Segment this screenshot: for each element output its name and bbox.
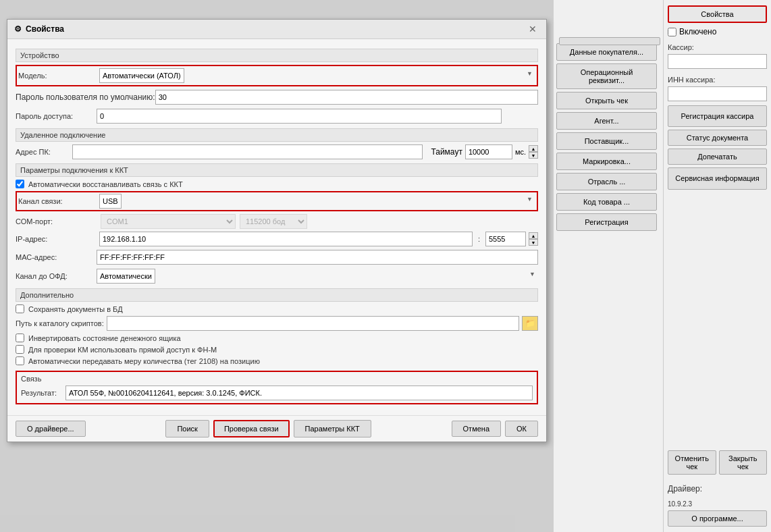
supplier-button[interactable]: Поставщик... [556, 132, 657, 150]
kkt-params-button[interactable]: Параметры ККТ [294, 420, 371, 437]
save-docs-checkbox[interactable] [16, 304, 24, 313]
folder-button[interactable]: 📁 [522, 316, 538, 331]
channel-row-highlighted: Канал связи: USB [16, 191, 538, 211]
open-check-button[interactable]: Открыть чек [556, 92, 657, 109]
open-shift-top-button[interactable] [559, 37, 660, 45]
password-row: Пароль пользователя по умолчанию: [16, 89, 538, 105]
timeout-up[interactable]: ▲ [529, 145, 538, 152]
search-button[interactable]: Поиск [165, 420, 209, 437]
port-spinners: ▲ ▼ [529, 232, 538, 246]
address-pk-row: Адрес ПК: Таймаут мс. ▲ ▼ [16, 144, 538, 159]
ok-button[interactable]: ОК [505, 421, 538, 437]
auto-restore-label: Автоматически восстанавливать связь с КК… [28, 180, 183, 188]
modal-footer: О драйвере... Поиск Проверка связи Парам… [7, 415, 546, 442]
auto-quantity-row: Автоматически передавать меру количества… [16, 356, 538, 365]
com-port-label: СОМ-порт: [16, 217, 97, 225]
model-select[interactable]: Автоматически (АТОЛ) [99, 68, 184, 83]
properties-button[interactable]: Свойства [668, 5, 767, 23]
port-separator: : [478, 235, 480, 243]
industry-button[interactable]: Отрасль ... [556, 173, 657, 190]
cancel-button[interactable]: Отмена [452, 421, 501, 437]
address-pk-input[interactable] [72, 144, 423, 159]
auto-restore-checkbox[interactable] [16, 180, 24, 188]
timeout-label: Таймаут [431, 147, 462, 157]
result-input[interactable] [65, 385, 533, 400]
ip-label: IP-адрес: [16, 235, 97, 243]
km-check-row: Для проверки КМ использовать прямой дост… [16, 345, 538, 354]
agent-button[interactable]: Агент... [556, 112, 657, 130]
cashier-label: Кассир: [668, 43, 767, 51]
operation-req-button[interactable]: Операционный реквизит... [556, 63, 657, 89]
register-cashier-button[interactable]: Регистрация кассира [668, 105, 767, 127]
timeout-row: Таймаут мс. ▲ ▼ [431, 144, 538, 159]
km-check-label: Для проверки КМ использовать прямой дост… [28, 346, 217, 354]
registration-button[interactable]: Регистрация [556, 213, 657, 231]
channel-ofd-label: Канал до ОФД: [16, 272, 97, 280]
close-check-button[interactable]: Закрыть чек [719, 450, 768, 475]
timeout-down[interactable]: ▼ [529, 152, 538, 159]
service-info-button[interactable]: Сервисная информация [668, 167, 767, 189]
about-program-button[interactable]: О программе... [668, 510, 767, 527]
invert-cash-checkbox[interactable] [16, 334, 24, 342]
reprint-button[interactable]: Допечатать [668, 149, 767, 165]
timeout-input[interactable] [465, 144, 512, 159]
auto-restore-row: Автоматически восстанавливать связь с КК… [16, 180, 538, 188]
properties-dialog: ⚙ Свойства ✕ Устройство Модель: Автомати… [7, 19, 547, 442]
timeout-spinners: ▲ ▼ [529, 145, 538, 159]
svyaz-title: Связь [21, 375, 533, 383]
channel-ofd-select[interactable]: Автоматически [97, 269, 155, 284]
scripts-path-label: Путь к каталогу скриптов: [16, 319, 104, 327]
modal-title: ⚙ Свойства [14, 24, 64, 34]
port-up[interactable]: ▲ [529, 232, 538, 239]
invert-cash-row: Инвертировать состояние денежного ящика [16, 334, 538, 342]
com-port-select[interactable]: COM1 [101, 214, 236, 229]
com-port-row: СОМ-порт: COM1 115200 бод [16, 214, 538, 229]
inn-input[interactable] [668, 86, 767, 101]
doc-status-button[interactable]: Статус документа [668, 130, 767, 146]
goods-code-button[interactable]: Код товара ... [556, 193, 657, 211]
enabled-label: Включено [679, 27, 716, 36]
save-docs-label: Сохранять документы в БД [28, 305, 123, 313]
modal-titlebar: ⚙ Свойства ✕ [7, 20, 546, 39]
check-connection-button[interactable]: Проверка связи [213, 420, 290, 437]
buyer-data-button[interactable]: Данные покупателя... [556, 43, 657, 61]
channel-select[interactable]: USB [99, 194, 122, 209]
modal-close-button[interactable]: ✕ [526, 24, 539, 34]
app-window: Свойства Включено Кассир: ИНН кассира: Р… [0, 0, 771, 532]
center-top-area [559, 34, 660, 45]
password-label: Пароль пользователя по умолчанию: [16, 92, 155, 102]
model-row-highlighted: Модель: Автоматически (АТОЛ) [16, 65, 538, 86]
cashier-input[interactable] [668, 54, 767, 69]
access-password-input[interactable] [97, 109, 502, 124]
auto-quantity-checkbox[interactable] [16, 356, 24, 365]
scripts-path-input[interactable] [107, 316, 519, 331]
baud-select[interactable]: 115200 бод [240, 214, 307, 229]
result-label: Результат: [21, 389, 61, 397]
right-panel: Свойства Включено Кассир: ИНН кассира: Р… [663, 0, 771, 532]
model-label: Модель: [18, 72, 99, 80]
mac-input[interactable] [97, 250, 538, 265]
svyaz-section: Связь Результат: [16, 371, 538, 404]
channel-label: Канал связи: [18, 197, 99, 205]
access-password-label: Пароль доступа: [16, 112, 97, 120]
access-password-row: Пароль доступа: [16, 108, 538, 124]
ip-row: IP-адрес: : ▲ ▼ [16, 232, 538, 246]
footer-right: Отмена ОК [452, 421, 538, 437]
driver-version: 10.9.2.3 [668, 500, 767, 508]
km-check-checkbox[interactable] [16, 345, 24, 354]
enabled-checkbox[interactable] [668, 28, 676, 36]
port-down[interactable]: ▼ [529, 239, 538, 246]
about-driver-button[interactable]: О драйвере... [16, 421, 86, 437]
device-section-header: Устройство [16, 49, 538, 62]
ip-input[interactable] [99, 232, 473, 246]
marking-button[interactable]: Маркировка... [556, 153, 657, 170]
password-input[interactable] [155, 90, 538, 105]
invert-cash-label: Инвертировать состояние денежного ящика [28, 334, 181, 342]
modal-body: Устройство Модель: Автоматически (АТОЛ) … [7, 39, 546, 413]
mac-row: МАС-адрес: [16, 249, 538, 265]
connection-section-header: Параметры подключения к ККТ [16, 163, 538, 177]
result-row: Результат: [21, 385, 533, 400]
cancel-check-button[interactable]: Отменить чек [668, 450, 716, 475]
center-buttons: Данные покупателя... Операционный реквиз… [554, 41, 660, 234]
port-input[interactable] [485, 232, 526, 246]
